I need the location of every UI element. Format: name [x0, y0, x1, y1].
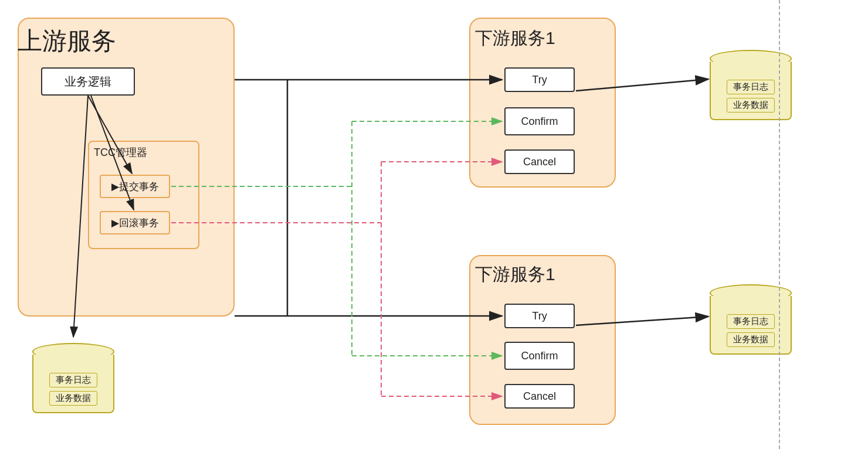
- arrow-commit: ▶: [111, 181, 119, 193]
- confirm-box-top: Confirm: [504, 107, 575, 135]
- try-box-top: Try: [504, 67, 575, 92]
- db-downstream1-label2: 业务数据: [727, 98, 775, 113]
- upstream-service-title: 上游服务: [18, 25, 116, 57]
- downstream2-title: 下游服务1: [475, 263, 555, 287]
- commit-box: ▶ 提交事务: [100, 175, 170, 198]
- db-downstream2-label2: 业务数据: [727, 332, 775, 347]
- confirm-box-bottom: Confirm: [504, 342, 575, 370]
- tcc-manager-title: TCC管理器: [94, 145, 147, 159]
- arrow-rollback: ▶: [111, 217, 119, 229]
- rollback-box: ▶ 回滚事务: [100, 211, 170, 234]
- db-upstream: 事务日志 业务数据: [32, 337, 114, 419]
- db-downstream1-label1: 事务日志: [727, 80, 775, 94]
- dashed-separator: [779, 0, 780, 449]
- db-downstream2-label1: 事务日志: [727, 314, 775, 329]
- diagram-container: 上游服务 业务逻辑 TCC管理器 ▶ 提交事务 ▶ 回滚事务 下游服务1 Try…: [0, 0, 868, 449]
- cancel-box-bottom: Cancel: [504, 384, 575, 409]
- downstream1-title: 下游服务1: [475, 26, 555, 50]
- db-upstream-label1: 事务日志: [49, 373, 97, 387]
- cancel-box-top: Cancel: [504, 149, 575, 174]
- db-upstream-label2: 业务数据: [49, 391, 97, 406]
- business-logic-box: 业务逻辑: [41, 67, 135, 96]
- try-box-bottom: Try: [504, 304, 575, 328]
